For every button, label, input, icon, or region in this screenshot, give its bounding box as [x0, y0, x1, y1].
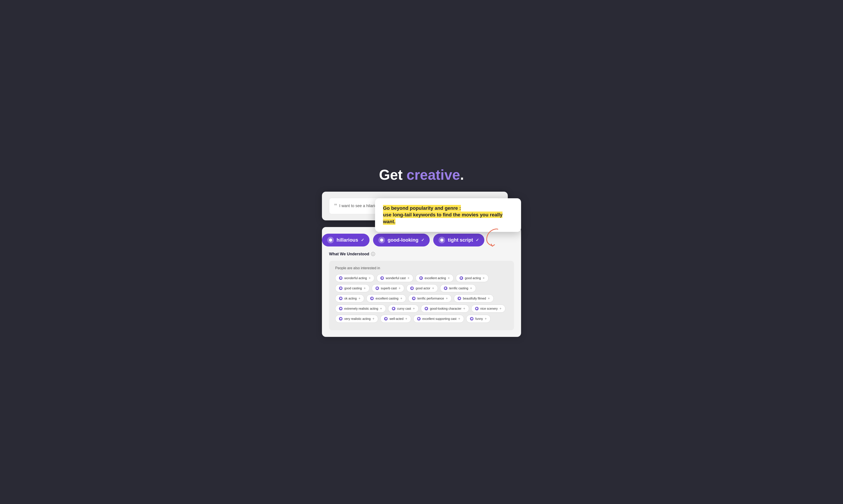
- headline-highlight: creative: [407, 167, 460, 183]
- tag-wonderful-cast[interactable]: wonderful cast +: [377, 274, 413, 282]
- tag-dot: [370, 296, 374, 300]
- suggestions-row-1: wonderful acting + wonderful cast + exce…: [335, 274, 508, 282]
- tag-dot: [384, 317, 388, 321]
- tag-good-acting[interactable]: good acting +: [456, 274, 488, 282]
- active-tag-good-looking-label: good-looking: [388, 237, 418, 243]
- tag-dot: [412, 296, 415, 300]
- tag-dot: [380, 276, 384, 280]
- check-hillarious: ✓: [361, 238, 364, 242]
- tag-excellent-supporting-cast[interactable]: excellent supporting cast +: [413, 315, 464, 323]
- arrow-container: [483, 226, 501, 249]
- tag-dot: [417, 317, 420, 321]
- check-good-looking: ✓: [421, 238, 424, 242]
- panel-header: What We Understood i: [329, 252, 514, 256]
- tag-superb-cast[interactable]: superb cast +: [372, 284, 405, 292]
- tag-dot: [339, 296, 343, 300]
- tag-dot: [425, 307, 428, 310]
- suggestions-row-3: ok acting + excellent casting + terrific…: [335, 294, 508, 302]
- info-icon[interactable]: i: [371, 252, 375, 256]
- tooltip-text: Go beyond popularity and genre : use lon…: [383, 205, 513, 225]
- tag-icon-tight-script: [438, 237, 445, 244]
- suggestions-row-2: good casting + superb cast + good actor …: [335, 284, 508, 292]
- active-tag-hillarious-label: hillarious: [337, 237, 358, 243]
- cards-container: " I want to see a hilarious movie with g…: [322, 192, 521, 337]
- tag-dot: [410, 287, 414, 290]
- tag-dot: [392, 307, 395, 310]
- tag-dot: [376, 287, 379, 290]
- tag-good-actor[interactable]: good actor +: [407, 284, 438, 292]
- tag-good-looking-character[interactable]: good-looking character +: [421, 305, 469, 312]
- tag-curvy-cast[interactable]: curvy cast +: [388, 305, 419, 312]
- tag-icon-good-looking: [378, 237, 385, 244]
- tag-excellent-acting[interactable]: excellent acting +: [415, 274, 453, 282]
- tag-dot: [460, 276, 463, 280]
- suggestions-row-5: very realistic acting + well-acted + exc…: [335, 315, 508, 323]
- tag-icon-hillarious: [327, 237, 334, 244]
- tooltip-line2: use long-tail keywords to find the movie…: [383, 212, 502, 225]
- tag-dot: [470, 317, 474, 321]
- tag-beautifully-filmed[interactable]: beautifully filmed +: [454, 294, 494, 302]
- tag-good-casting[interactable]: good casting +: [335, 284, 369, 292]
- active-tag-hillarious[interactable]: hillarious ✓: [322, 234, 369, 247]
- suggestions-section: People are also interested in wonderful …: [329, 261, 514, 330]
- suggestions-row-4: extremely realistic acting + curvy cast …: [335, 305, 508, 312]
- tag-funny[interactable]: funny +: [466, 315, 491, 323]
- tag-ok-acting[interactable]: ok acting +: [335, 294, 364, 302]
- tag-nice-scenery[interactable]: nice scenery +: [471, 305, 505, 312]
- tag-dot: [475, 307, 479, 310]
- active-tag-tight-script[interactable]: tight script ✓: [433, 234, 484, 247]
- tag-very-realistic-acting[interactable]: very realistic acting +: [335, 315, 378, 323]
- panel-header-text: What We Understood: [329, 252, 369, 256]
- tag-wonderful-acting[interactable]: wonderful acting +: [335, 274, 374, 282]
- tag-dot: [339, 317, 343, 321]
- headline-suffix: .: [460, 167, 464, 183]
- tag-dot: [339, 307, 343, 310]
- tag-dot: [339, 287, 343, 290]
- page-wrapper: Get creative. " I want to see a hilariou…: [322, 167, 521, 337]
- active-tag-good-looking[interactable]: good-looking ✓: [373, 234, 430, 247]
- tag-terrific-performance[interactable]: terrific performance +: [408, 294, 452, 302]
- tag-dot: [419, 276, 423, 280]
- headline-prefix: Get: [379, 167, 407, 183]
- tag-terrific-casting[interactable]: terrific casting +: [440, 284, 476, 292]
- tag-well-acted[interactable]: well-acted +: [380, 315, 411, 323]
- quote-mark: ": [334, 202, 337, 210]
- check-tight-script: ✓: [476, 238, 479, 242]
- decorative-arrow: [483, 226, 501, 248]
- tooltip-line1: Go beyond popularity and genre :: [383, 205, 461, 211]
- tag-extremely-realistic-acting[interactable]: extremely realistic acting +: [335, 305, 386, 312]
- headline: Get creative.: [379, 167, 464, 183]
- tag-excellent-casting[interactable]: excellent casting +: [366, 294, 406, 302]
- suggestions-title: People are also interested in: [335, 266, 508, 270]
- active-tag-tight-script-label: tight script: [448, 237, 473, 243]
- tag-dot: [339, 276, 343, 280]
- tag-dot: [458, 296, 461, 300]
- tag-dot: [444, 287, 447, 290]
